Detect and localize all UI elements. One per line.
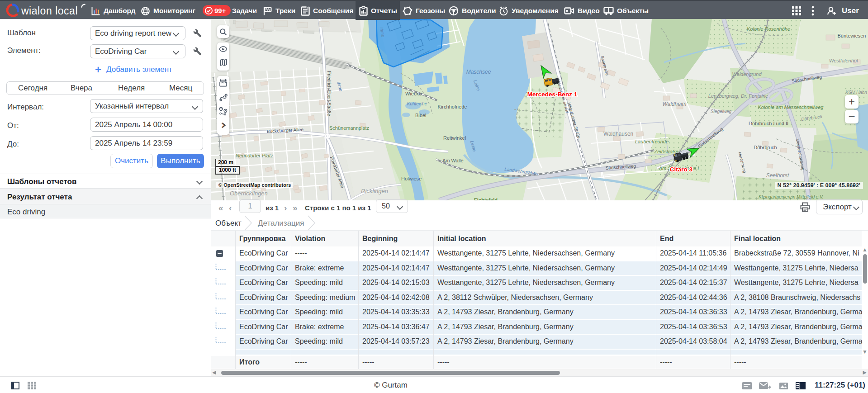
svg-text:Friedrich-Ebert-Straße: Friedrich-Ebert-Straße bbox=[327, 71, 332, 116]
svg-text:Kolonie Rosenhöhe: Kolonie Rosenhöhe bbox=[747, 26, 790, 32]
svg-text:Büntewiesen: Büntewiesen bbox=[838, 33, 866, 38]
svg-text:Waldhausen: Waldhausen bbox=[603, 131, 633, 137]
svg-text:Citaro 3: Citaro 3 bbox=[670, 166, 693, 173]
svg-text:Hofwiese: Hofwiese bbox=[401, 176, 422, 181]
svg-text:Nenndorfer Platz: Nenndorfer Platz bbox=[236, 153, 273, 158]
svg-text:Zeißstraße: Zeißstraße bbox=[654, 149, 678, 154]
svg-text:Kolonie am Messeschnellweg: Kolonie am Messeschnellweg bbox=[758, 104, 824, 110]
svg-text:Weidengrund: Weidengrund bbox=[732, 71, 762, 77]
svg-text:Westfalenhof: Westfalenhof bbox=[829, 58, 859, 63]
svg-text:Ricklingen: Ricklingen bbox=[361, 188, 388, 194]
svg-text:Lenzbergweg, Dr. Fontaine: Lenzbergweg, Dr. Fontaine bbox=[708, 93, 768, 99]
svg-text:Döhrbruch I und II: Döhrbruch I und II bbox=[749, 121, 788, 126]
svg-text:Maschsee: Maschsee bbox=[466, 69, 491, 75]
svg-text:Fichtefeld: Fichtefeld bbox=[474, 197, 498, 200]
svg-text:Bibel: Bibel bbox=[415, 113, 426, 118]
svg-text:Kleingärtnerverein Mittelfeld: Kleingärtnerverein Mittelfeld e.V. bbox=[759, 194, 824, 199]
svg-text:Laubenfreunde: Laubenfreunde bbox=[635, 139, 669, 144]
svg-text:Oberricklingen: Oberricklingen bbox=[230, 190, 268, 197]
svg-text:Kuhteiche: Kuhteiche bbox=[407, 101, 427, 106]
svg-text:Am Walle: Am Walle bbox=[442, 158, 464, 163]
svg-text:Mercedes-Benz 1: Mercedes-Benz 1 bbox=[527, 91, 578, 98]
svg-text:Döhrbruch: Döhrbruch bbox=[754, 145, 777, 150]
svg-text:KGV Hahn: KGV Hahn bbox=[845, 90, 867, 95]
svg-text:Schünemannplatz: Schünemannplatz bbox=[329, 125, 369, 131]
svg-text:Seelhorst: Seelhorst bbox=[766, 172, 789, 179]
svg-text:Wiecke: Wiecke bbox=[405, 91, 422, 96]
svg-text:Waldheim: Waldheim bbox=[662, 101, 686, 107]
svg-text:Siegelweg: Siegelweg bbox=[711, 109, 732, 114]
svg-text:Reitwinkel: Reitwinkel bbox=[443, 135, 466, 141]
svg-text:Kirchhofriede: Kirchhofriede bbox=[438, 104, 467, 109]
